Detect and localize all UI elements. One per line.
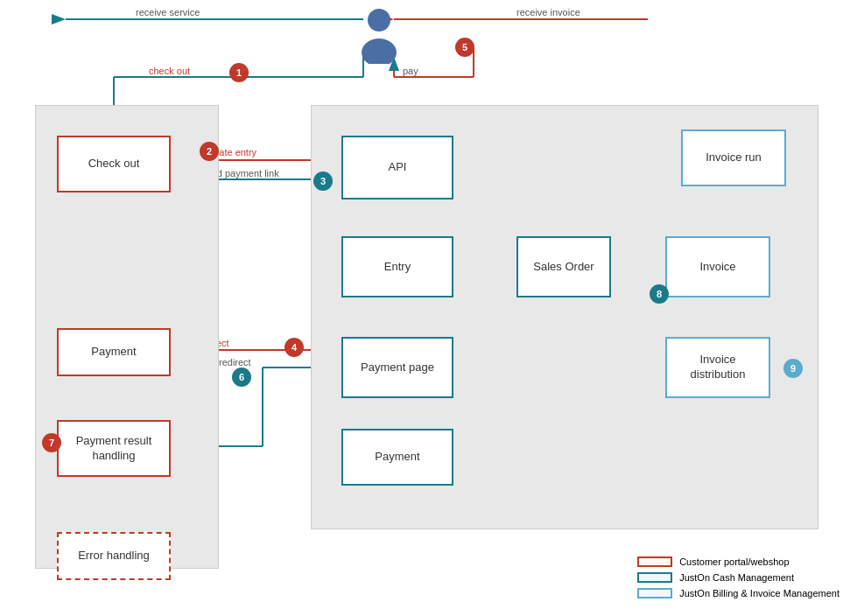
payment-page-box: Payment page bbox=[341, 337, 453, 398]
circle-2: 2 bbox=[200, 142, 219, 161]
receive-service-label: receive service bbox=[136, 7, 200, 18]
circle-6: 6 bbox=[232, 368, 251, 387]
person-icon bbox=[357, 7, 401, 64]
error-handling-box: Error handling bbox=[57, 532, 171, 580]
legend-label-teal: JustOn Cash Management bbox=[679, 572, 794, 583]
legend-label-orange: Customer portal/webshop bbox=[679, 556, 789, 567]
invoice-distribution-box: Invoice distribution bbox=[665, 337, 770, 398]
legend-label-blue: JustOn Billing & Invoice Management bbox=[679, 588, 839, 598]
legend-color-orange bbox=[637, 556, 672, 567]
legend-item-orange: Customer portal/webshop bbox=[637, 556, 839, 567]
circle-1: 1 bbox=[229, 63, 249, 82]
redirect6-label: redirect bbox=[219, 357, 251, 368]
legend-color-blue bbox=[637, 588, 672, 598]
payment-result-box: Payment result handling bbox=[57, 420, 171, 477]
circle-4: 4 bbox=[284, 338, 304, 357]
legend: Customer portal/webshop JustOn Cash Mana… bbox=[637, 556, 839, 598]
sales-order-box: Sales Order bbox=[516, 236, 611, 298]
api-box: API bbox=[341, 136, 453, 200]
circle-7: 7 bbox=[42, 433, 61, 452]
invoice-box: Invoice bbox=[665, 236, 770, 298]
legend-item-teal: JustOn Cash Management bbox=[637, 572, 839, 583]
legend-item-blue: JustOn Billing & Invoice Management bbox=[637, 588, 839, 598]
circle-9: 9 bbox=[783, 359, 803, 378]
circle-3: 3 bbox=[313, 172, 333, 191]
circle-5: 5 bbox=[455, 38, 474, 57]
receive-invoice-label: receive invoice bbox=[516, 7, 580, 18]
diagram-container: receive service receive invoice check ou… bbox=[0, 0, 857, 616]
payment-box-right: Payment bbox=[341, 429, 453, 486]
check-out-label: check out bbox=[149, 66, 190, 76]
payment-box-left: Payment bbox=[57, 328, 171, 376]
legend-color-teal bbox=[637, 572, 672, 583]
circle-8: 8 bbox=[650, 284, 669, 304]
entry-box: Entry bbox=[341, 236, 453, 298]
svg-point-30 bbox=[368, 9, 390, 32]
invoice-run-box: Invoice run bbox=[681, 130, 786, 186]
checkout-box: Check out bbox=[57, 136, 171, 192]
svg-point-31 bbox=[362, 38, 397, 64]
pay-label: pay bbox=[403, 66, 418, 76]
